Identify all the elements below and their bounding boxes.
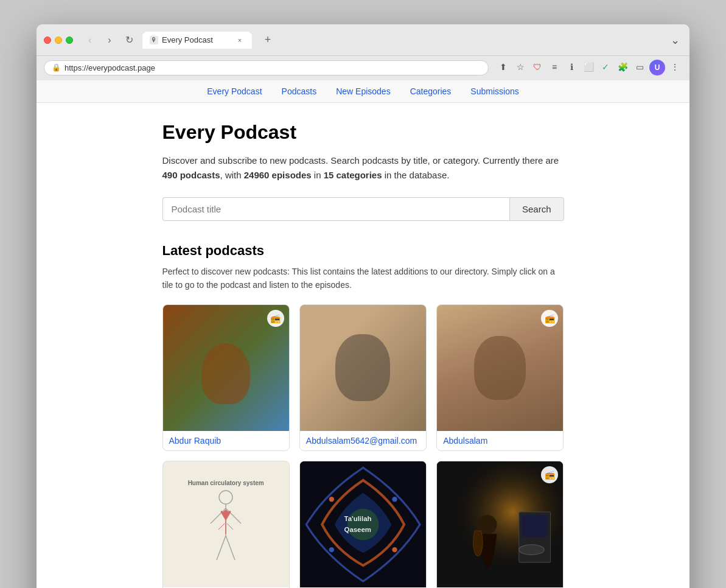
svg-text:Ta'ulilah: Ta'ulilah	[344, 516, 371, 523]
podcast-image-wrap: 📻	[437, 461, 563, 587]
svg-point-13	[329, 497, 334, 502]
podcast-card[interactable]: Ta'ulilah Qaseem	[299, 461, 427, 588]
nav-item-categories[interactable]: Categories	[409, 80, 453, 102]
close-button[interactable]	[44, 37, 51, 44]
active-tab[interactable]: 🎙 Every Podcast ×	[142, 32, 252, 49]
latest-podcasts-title: Latest podcasts	[162, 243, 564, 259]
description-text-1: Discover and subscribe to new podcasts. …	[162, 155, 559, 166]
puzzle-icon[interactable]: 🧩	[615, 60, 630, 74]
shield-icon[interactable]: 🛡	[530, 60, 545, 74]
podcast-image-wrap: 📻	[437, 305, 563, 431]
podcast-card[interactable]: Human circulatory system	[162, 461, 290, 588]
podcast-card[interactable]: 📻 Abdulsalam	[436, 304, 564, 451]
title-bar: ‹ › ↻ 🎙 Every Podcast × + ⌄	[37, 24, 689, 56]
lock-icon: 🔒	[52, 63, 61, 72]
svg-point-10	[347, 509, 379, 541]
podcasts-count: 490 podcasts	[162, 170, 220, 180]
tab-icon[interactable]: ⬜	[581, 60, 596, 74]
main-content: Every Podcast Discover and subscribe to …	[150, 103, 576, 588]
podcast-audio-badge: 📻	[267, 310, 284, 327]
website-content: Every Podcast Podcasts New Episodes Cate…	[37, 80, 689, 588]
address-bar[interactable]: 🔒 https://everypodcast.page	[44, 60, 489, 75]
share-icon[interactable]: ⬆	[496, 60, 511, 74]
reader-icon[interactable]: ≡	[547, 60, 562, 74]
toolbar-icons: ⬆ ☆ 🛡 ≡ ℹ ⬜ ✓ 🧩 ▭ U ⋮	[496, 60, 682, 75]
svg-point-0	[219, 491, 232, 504]
podcast-name: Abdulsalam5642@gmail.com	[300, 431, 426, 450]
address-bar-row: 🔒 https://everypodcast.page ⬆ ☆ 🛡 ≡ ℹ ⬜ …	[37, 56, 689, 80]
site-nav: Every Podcast Podcasts New Episodes Cate…	[37, 80, 689, 103]
tab-favicon: 🎙	[150, 36, 158, 44]
minimize-button[interactable]	[55, 37, 62, 44]
podcast-name: Abdulsalam	[437, 431, 563, 450]
svg-line-4	[217, 536, 226, 560]
svg-rect-20	[522, 515, 547, 537]
hero-description: Discover and subscribe to new podcasts. …	[162, 153, 564, 183]
forward-button[interactable]: ›	[101, 32, 118, 49]
more-menu-button[interactable]: ⋮	[668, 60, 682, 74]
svg-point-21	[519, 545, 544, 555]
podcast-card[interactable]: 📻	[436, 461, 564, 588]
url-text: https://everypodcast.page	[65, 63, 481, 72]
svg-text:Qaseem: Qaseem	[344, 526, 371, 533]
browser-menu-button[interactable]: ⌄	[668, 32, 682, 48]
browser-window: ‹ › ↻ 🎙 Every Podcast × + ⌄ 🔒 https://ev…	[37, 24, 689, 588]
podcast-card[interactable]: 📻 Abdur Raquib	[162, 304, 290, 451]
svg-point-14	[392, 497, 397, 502]
svg-point-16	[392, 547, 397, 552]
podcast-image-wrap: Human circulatory system	[163, 461, 289, 587]
description-text-3: in	[312, 170, 324, 180]
episodes-count: 24960 episodes	[244, 170, 312, 180]
new-tab-button[interactable]: +	[259, 32, 276, 49]
search-button[interactable]: Search	[509, 197, 564, 221]
tab-close-button[interactable]: ×	[235, 35, 245, 45]
reload-button[interactable]: ↻	[120, 32, 138, 49]
nav-item-podcasts[interactable]: Podcasts	[281, 80, 318, 102]
categories-count: 15 categories	[324, 170, 382, 180]
search-row: Search	[162, 197, 564, 221]
tab-title: Every Podcast	[162, 35, 231, 44]
podcast-image-wrap: Ta'ulilah Qaseem	[300, 461, 426, 587]
back-button[interactable]: ‹	[82, 32, 99, 49]
nav-item-submissions[interactable]: Submissions	[469, 80, 520, 102]
podcast-image-wrap: 📻	[163, 305, 289, 431]
maximize-button[interactable]	[66, 37, 73, 44]
traffic-lights	[44, 37, 73, 44]
podcast-image-wrap	[300, 305, 426, 431]
description-text-4: in the database.	[382, 170, 450, 180]
svg-line-8	[227, 523, 233, 530]
sidebar-icon[interactable]: ▭	[632, 60, 647, 74]
nav-item-every-podcast[interactable]: Every Podcast	[206, 80, 263, 102]
podcast-card[interactable]: Abdulsalam5642@gmail.com	[299, 304, 427, 451]
page-title: Every Podcast	[162, 121, 564, 144]
podcast-grid: 📻 Abdur Raquib Abdulsalam5642@gmail.com	[162, 304, 564, 588]
search-input[interactable]	[162, 197, 509, 221]
bookmark-icon[interactable]: ☆	[513, 60, 528, 74]
checkmark-icon[interactable]: ✓	[598, 60, 613, 74]
svg-line-5	[226, 536, 235, 560]
latest-podcasts-description: Perfect to discover new podcasts: This l…	[162, 265, 564, 292]
svg-point-15	[329, 547, 334, 552]
description-text-2: , with	[220, 170, 244, 180]
info-icon[interactable]: ℹ	[564, 60, 579, 74]
podcast-name: Abdur Raquib	[163, 431, 289, 450]
nav-item-new-episodes[interactable]: New Episodes	[335, 80, 392, 102]
nav-buttons: ‹ › ↻	[82, 32, 138, 49]
profile-avatar[interactable]: U	[649, 60, 665, 75]
svg-line-7	[218, 523, 225, 530]
